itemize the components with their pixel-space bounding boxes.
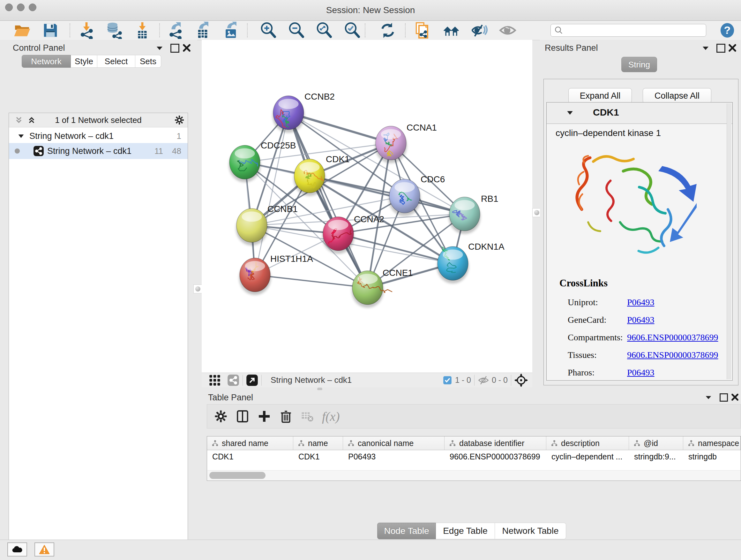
collapse-all-chevrons-icon[interactable]	[14, 116, 23, 125]
crosslink-row: Compartments: 9606.ENSP00000378699	[568, 328, 727, 346]
table-panel-menu-icon[interactable]	[704, 394, 712, 400]
hide-glass-button[interactable]	[470, 21, 488, 39]
tab-sets[interactable]: Sets	[135, 55, 161, 68]
open-session-button[interactable]	[13, 21, 31, 39]
crosslink-link[interactable]: P06493	[627, 297, 655, 307]
refresh-button[interactable]	[379, 21, 397, 39]
table-cell[interactable]: CDK1	[207, 450, 293, 463]
node-label: CDC25B	[261, 140, 296, 150]
left-splitter-handle[interactable]	[193, 285, 202, 294]
table-tabs: Node TableEdge TableNetwork Table	[377, 523, 566, 539]
tab-style[interactable]: Style	[71, 55, 97, 68]
column-header-id[interactable]: @id	[629, 436, 683, 450]
table-panel-float-icon[interactable]	[720, 393, 728, 401]
control-panel-close-icon[interactable]	[183, 44, 191, 52]
import-table-button[interactable]	[133, 21, 151, 39]
column-header-description[interactable]: description	[546, 436, 629, 450]
string-home-button[interactable]	[442, 21, 460, 39]
save-session-button[interactable]	[42, 21, 59, 39]
results-panel-float-icon[interactable]	[717, 44, 725, 53]
birdseye-grid-icon[interactable]	[209, 374, 221, 386]
delete-column-trash-icon[interactable]	[279, 410, 293, 423]
network-collection-row[interactable]: String Network – cdk1 1	[9, 129, 188, 143]
function-builder-icon: f(x)	[322, 409, 340, 424]
tab-string[interactable]: String	[621, 57, 657, 72]
expand-all-chevrons-icon[interactable]	[27, 116, 37, 125]
network-graph[interactable]: CCNB2CCNA1CDC25BCDK1CDC6RB1CCNB1CCNA2CDK…	[202, 40, 532, 373]
tab-select[interactable]: Select	[97, 55, 135, 68]
table-gear-icon[interactable]	[214, 410, 227, 423]
table-cell[interactable]: P06493	[343, 450, 445, 463]
show-columns-icon[interactable]	[236, 410, 249, 423]
column-header-sharedname[interactable]: shared name	[207, 436, 293, 450]
network-share-icon[interactable]	[227, 374, 239, 386]
import-network-from-database-button[interactable]	[105, 21, 123, 39]
add-column-icon[interactable]	[258, 410, 271, 423]
table-horizontal-scrollbar[interactable]	[207, 470, 740, 480]
node-label: CCNE1	[383, 268, 413, 278]
result-card-header[interactable]: CDK1	[547, 103, 732, 124]
goto-network-icon[interactable]	[246, 374, 258, 386]
column-header-name[interactable]: name	[293, 436, 343, 450]
zoom-fit-button[interactable]	[315, 21, 333, 39]
column-header-namespace[interactable]: namespace	[683, 436, 741, 450]
first-neighbors-button[interactable]	[413, 21, 431, 39]
zoom-in-button[interactable]	[259, 21, 277, 39]
control-panel-float-icon[interactable]	[171, 44, 179, 53]
protein-structure-image	[562, 142, 716, 276]
fit-selected-crosshair-icon[interactable]	[515, 374, 528, 387]
results-scrollbar[interactable]	[727, 104, 731, 379]
crosslink-label: Pharos:	[568, 368, 627, 378]
results-panel-close-icon[interactable]	[728, 44, 737, 52]
control-panel-menu-icon[interactable]	[155, 44, 164, 51]
crosslink-link[interactable]: P06493	[627, 368, 655, 378]
cloud-status-button[interactable]	[7, 543, 27, 557]
warning-status-button[interactable]	[35, 543, 54, 557]
network-node-count: 11	[154, 146, 163, 156]
help-button[interactable]: ?	[718, 21, 736, 39]
import-network-button[interactable]	[77, 21, 95, 39]
tab-network[interactable]: Network	[22, 55, 71, 68]
selected-checkbox-icon[interactable]	[443, 376, 452, 385]
tab-network-table[interactable]: Network Table	[495, 523, 566, 539]
expand-all-button[interactable]: Expand All	[568, 88, 632, 104]
zoom-selected-button[interactable]	[343, 21, 361, 39]
network-row-selected[interactable]: String Network – cdk1 11 48	[9, 143, 188, 159]
network-canvas[interactable]: CCNB2CCNA1CDC25BCDK1CDC6RB1CCNB1CCNA2CDK…	[202, 40, 532, 373]
show-glass-button[interactable]	[499, 21, 517, 39]
tab-edge-table[interactable]: Edge Table	[436, 523, 495, 539]
crosslink-row: Pharos: P06493	[568, 364, 727, 381]
zoom-out-button[interactable]	[287, 21, 306, 39]
export-image-button[interactable]	[222, 21, 240, 39]
network-view-toolbar: String Network – cdk1 1 - 0 0 - 0	[202, 373, 532, 387]
crosslink-link[interactable]: 9606.ENSP00000378699	[627, 350, 718, 360]
separator	[511, 375, 511, 386]
node-label: CCNB1	[267, 204, 298, 214]
export-network-button[interactable]	[167, 21, 185, 39]
tab-node-table[interactable]: Node Table	[377, 523, 436, 539]
table-row[interactable]: CDK1CDK1P064939606.ENSP00000378699cyclin…	[207, 450, 741, 463]
collapse-entry-icon[interactable]	[566, 110, 574, 116]
network-options-gear-icon[interactable]	[174, 115, 185, 125]
results-panel-menu-icon[interactable]	[701, 44, 710, 51]
export-network-icon	[167, 22, 185, 39]
column-source-icon	[347, 440, 354, 447]
crosslink-link[interactable]: 9606.ENSP00000378699	[627, 332, 718, 343]
search-field[interactable]	[550, 24, 706, 37]
table-panel-close-icon[interactable]	[731, 393, 739, 401]
hidden-eye-icon[interactable]	[478, 375, 489, 385]
table-cell[interactable]: 9606.ENSP00000378699	[445, 450, 546, 463]
crosslink-link[interactable]: P06493	[627, 315, 655, 325]
scrollbar-thumb[interactable]	[209, 472, 266, 479]
node-label: RB1	[481, 194, 498, 204]
table-cell[interactable]: cyclin–dependent ...	[546, 450, 629, 463]
crosslink-row: GeneCard: P06493	[568, 311, 727, 328]
table-cell[interactable]: stringdb	[683, 450, 741, 463]
tree-expander-icon[interactable]	[17, 133, 25, 139]
table-cell[interactable]: stringdb:9...	[629, 450, 683, 463]
column-header-databaseidentifier[interactable]: database identifier	[445, 436, 546, 450]
table-cell[interactable]: CDK1	[293, 450, 343, 463]
export-table-button[interactable]	[194, 21, 212, 39]
column-header-canonicalname[interactable]: canonical name	[343, 436, 445, 450]
collapse-all-button[interactable]: Collapse All	[643, 88, 711, 104]
